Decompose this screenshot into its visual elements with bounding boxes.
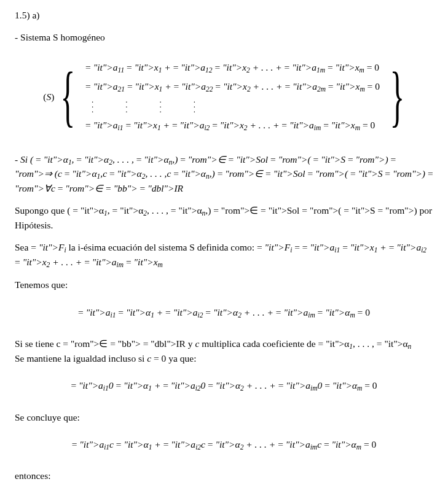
- entonces-line: entonces:: [15, 469, 433, 483]
- tenemos-que-line: Tenemos que:: [15, 278, 433, 292]
- fi-definition-line: Sea = "it">Fi la i-ésima ecuación del si…: [15, 241, 433, 270]
- eq-hold-c: ya que:: [166, 353, 196, 364]
- vdots-icon: ···: [92, 99, 93, 114]
- equality-holds-line: Se mantiene la igualdad incluso si c = 0…: [15, 352, 433, 365]
- fi-def-c: la i-ésima ecuación del sistema S defini…: [66, 242, 257, 252]
- c-mult-a: Si se tiene c = "rom">∈ = "bb"> = "dbl">…: [15, 338, 195, 349]
- equation-2: = "it">ai10 = "it">α1 + = "it">ai20 = "i…: [15, 379, 433, 393]
- system-row-1: = "it">a11 = "it">x1 + = "it">a12 = "it"…: [85, 61, 380, 75]
- equation-1-text: = "it">ai1 = "it">α1 + = "it">ai2 = "it"…: [78, 307, 370, 317]
- system-row-vdots: ··· ··· ··· ···: [85, 99, 380, 114]
- fi-def-a: Sea: [15, 242, 31, 252]
- system-row-2: = "it">a21 = "it">x1 + = "it">a22 = "it"…: [85, 80, 380, 94]
- concludes-line: Se concluye que:: [15, 411, 433, 424]
- hypothesis-text: Supongo que ( = "it">α1, = "it">α2, . . …: [15, 205, 432, 230]
- c-mult-c: multiplica cada coeficiente de = "it">α1…: [199, 338, 411, 349]
- system-row-i: = "it">ai1 = "it">x1 + = "it">ai2 = "it"…: [85, 119, 380, 133]
- vdots-icon: ···: [160, 99, 162, 114]
- vdots-icon: ···: [194, 99, 195, 114]
- system-intro-line: - Sistema S homogéneo: [15, 31, 433, 44]
- exercise-number: 1.5) a): [15, 9, 433, 22]
- system-definition: (S) { = "it">a11 = "it">x1 + = "it">a12 …: [15, 58, 433, 136]
- eq-hold-a: Se mantiene la igualdad incluso si: [15, 353, 147, 364]
- vdots-icon: ···: [125, 99, 127, 114]
- equation-3: = "it">ai1c = "it">α1 + = "it">ai2c = "i…: [15, 438, 433, 452]
- left-brace-icon: {: [61, 62, 76, 130]
- implication-line: - Si ( = "it">α1, = "it">α2, . . . , = "…: [15, 153, 433, 195]
- equation-2-text: = "it">ai10 = "it">α1 + = "it">ai20 = "i…: [71, 380, 377, 391]
- equation-1: = "it">ai1 = "it">α1 + = "it">ai2 = "it"…: [15, 306, 433, 320]
- c-multiplies-line: Si se tiene c = "rom">∈ = "bb"> = "dbl">…: [15, 337, 433, 351]
- system-label: (S): [43, 90, 54, 104]
- fi-def-b: = "it">Fi: [31, 242, 66, 252]
- implication-text: - Si ( = "it">α1, = "it">α2, . . . , = "…: [15, 154, 433, 193]
- system-rows: = "it">a11 = "it">x1 + = "it">a12 = "it"…: [79, 58, 386, 136]
- hypothesis-line: Supongo que ( = "it">α1, = "it">α2, . . …: [15, 204, 433, 232]
- equation-3-text: = "it">ai1c = "it">α1 + = "it">ai2c = "i…: [72, 439, 377, 449]
- eq-hold-b: c = 0: [147, 353, 166, 364]
- right-brace-icon: }: [390, 62, 404, 130]
